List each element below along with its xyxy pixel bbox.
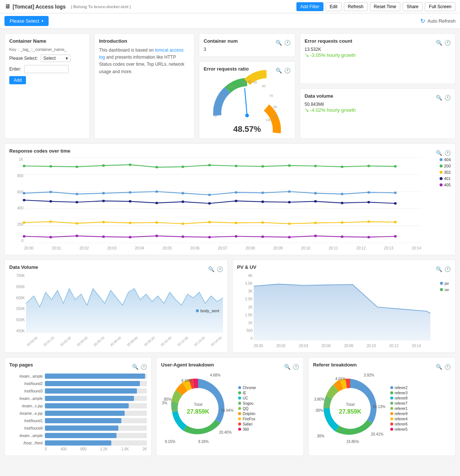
svg-point-43 [262,192,264,194]
svg-point-74 [288,222,290,225]
svg-point-81 [76,235,78,237]
auto-refresh-toggle[interactable]: ↻ Auto Refresh [420,17,456,25]
ua-label-360: 360 [243,427,249,431]
add-filter-button[interactable]: Add Filter [296,2,323,11]
clock-icon[interactable]: 🕐 [284,40,290,46]
top-pages-bars: /exam...ample /not/found2 /not/found3 /e… [9,374,147,446]
ua-label-chrome: Chrome [243,386,256,390]
container-select-dropdown[interactable]: Select ▾ [41,55,70,62]
bar-track-3 [45,388,147,394]
ref-pct-30: .30% [316,434,325,438]
error-count-title: Error requests count [305,38,352,44]
refresh-button[interactable]: Refresh [344,2,368,11]
top-pages-panel: Top pages 🔍 🕐 /exam...ample /not/found2 … [4,357,152,456]
svg-text:Total: Total [346,402,354,407]
clock-icon8[interactable]: 🕐 [141,364,147,370]
clock-icon7[interactable]: 🕐 [444,266,451,272]
clock-icon10[interactable]: 🕐 [444,364,451,370]
zoom-icon9[interactable]: 🔍 [284,364,290,370]
zoom-icon[interactable]: 🔍 [276,40,282,46]
dv-x5: 20:05:20 [93,336,105,347]
svg-point-84 [155,235,158,237]
zoom-icon10[interactable]: 🔍 [436,364,442,370]
clock-icon5[interactable]: 🕐 [444,150,451,156]
pv-label: pv [444,281,449,286]
pv-y-15k: 1.5K [237,313,253,317]
bar-row-2: /not/found2 [9,381,147,386]
svg-point-35 [49,191,52,193]
intro-panel: Introduction This dashboard is based on … [94,33,194,139]
svg-point-92 [367,236,370,238]
x-label: 20:08 [246,246,255,250]
legend-200: 200 [440,164,451,168]
clock-icon9[interactable]: 🕐 [293,364,299,370]
ref-dot-5 [390,428,393,431]
bar-row-4: /exam...ample [9,396,147,401]
legend-label-405: 405 [444,183,451,187]
data-volume-arrow-icon: ↘ [305,107,309,113]
select-placeholder: Select [43,56,56,61]
pv-dot [440,282,443,285]
reset-time-button[interactable]: Reset Time [370,2,401,11]
uv-legend: uv [440,287,449,292]
svg-marker-94 [26,288,223,333]
pv-y-1k: 1K [237,321,253,325]
zoom-icon6[interactable]: 🔍 [208,266,214,272]
svg-point-12 [245,114,249,117]
user-agent-legend: Chrome IE UC Sogou QQ Dolphin FireFox Sa… [238,386,268,431]
legend-405: 405 [440,183,451,187]
zoom-icon7[interactable]: 🔍 [436,266,442,272]
bar-fill-10 [45,440,111,446]
bar-label-10: /host.../html [9,441,43,445]
ua-label-firefox: FireFox [243,417,255,421]
ua-legend-dolphin: Dolphin [238,412,268,416]
svg-point-69 [155,221,158,224]
clock-icon6[interactable]: 🕐 [217,266,223,272]
ref-label-1: referer1 [395,407,408,411]
add-button[interactable]: Add [9,76,26,84]
user-agent-panel: User-Agent breakdown 🔍 🕐 [156,357,303,456]
container-num-panel: Container num 🔍 🕐 3 [199,33,295,57]
svg-point-63 [394,202,397,205]
center-col: Container num 🔍 🕐 3 Error requests ratio… [199,33,295,139]
svg-point-65 [49,221,52,223]
full-screen-button[interactable]: Full Screen [425,2,456,11]
svg-point-93 [394,235,397,238]
share-button[interactable]: Share [402,2,423,11]
ref-pct-3_92: 3.92% [364,373,374,377]
pv-uv-title: PV & UV [237,264,256,270]
x-label: 20:10 [301,246,310,250]
clock-icon3[interactable]: 🕐 [444,40,451,46]
clock-icon2[interactable]: 🕐 [284,68,290,74]
svg-text:40: 40 [248,80,252,84]
svg-point-89 [288,236,290,238]
pv-legend: pv [440,281,449,286]
zoom-icon2[interactable]: 🔍 [276,68,282,74]
dv-y-650k: 650K [9,285,25,289]
data-vol-svg [26,274,223,333]
zoom-icon3[interactable]: 🔍 [436,40,442,46]
error-count-value: 13.532K [305,47,451,52]
edit-button[interactable]: Edit [326,2,342,11]
page-title: [Tomcat] Access logs [13,4,66,10]
zoom-icon5[interactable]: 🔍 [436,150,442,156]
svg-point-77 [367,221,370,223]
clock-icon4[interactable]: 🕐 [444,95,451,101]
svg-text:90: 90 [273,114,277,118]
x-label: 20:04 [135,246,144,250]
container-num-icons: 🔍 🕐 [276,40,290,46]
zoom-icon4[interactable]: 🔍 [436,95,442,101]
svg-text:60: 60 [262,84,266,88]
x-label: 20:11 [329,246,338,250]
main-content: Container Name Key：_tag_::_container_nam… [0,29,460,460]
svg-point-28 [262,165,264,168]
please-select-button[interactable]: Please Select ▾ [4,16,49,26]
svg-point-85 [181,235,184,238]
legend-401: 401 [440,176,451,181]
svg-point-59 [288,201,290,203]
svg-point-53 [129,200,131,203]
ua-pct-dolphin: 4.68% [210,373,220,377]
pv-y-35k: 3.5K [237,281,253,286]
zoom-icon8[interactable]: 🔍 [132,364,138,370]
enter-input[interactable] [24,65,69,73]
